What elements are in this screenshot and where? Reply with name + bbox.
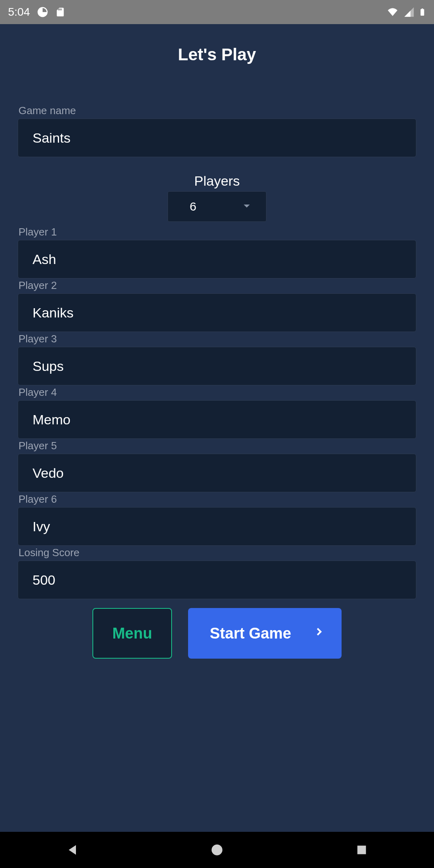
svg-rect-1: [357, 845, 366, 854]
menu-button[interactable]: Menu: [92, 608, 172, 659]
svg-point-0: [212, 845, 223, 856]
player-label-6: Player 6: [18, 493, 416, 506]
player-label-3: Player 3: [18, 333, 416, 345]
player-group-6: Player 6: [18, 493, 416, 546]
player-input-3[interactable]: [18, 347, 416, 385]
players-count-value: 6: [190, 200, 197, 213]
player-group-1: Player 1: [18, 226, 416, 278]
wifi-icon: [386, 7, 399, 17]
start-game-button[interactable]: Start Game: [188, 608, 342, 659]
nav-bar: [0, 832, 434, 868]
menu-button-label: Menu: [112, 625, 152, 642]
game-name-group: Game name: [18, 104, 416, 157]
chevron-right-icon: [313, 624, 326, 643]
player-label-1: Player 1: [18, 226, 416, 238]
data-saver-icon: [37, 6, 49, 18]
player-group-3: Player 3: [18, 333, 416, 385]
page-title: Let's Play: [18, 24, 416, 104]
player-input-4[interactable]: [18, 400, 416, 439]
nav-back-button[interactable]: [42, 832, 102, 868]
status-time: 5:04: [8, 6, 30, 18]
app-body: Let's Play Game name Players 6 Player 1P…: [0, 24, 434, 832]
player-label-4: Player 4: [18, 386, 416, 399]
players-count-select[interactable]: 6: [168, 191, 266, 222]
player-input-2[interactable]: [18, 293, 416, 332]
player-label-5: Player 5: [18, 440, 416, 452]
battery-icon: [419, 6, 426, 18]
losing-score-group: Losing Score: [18, 547, 416, 599]
game-name-input[interactable]: [18, 119, 416, 157]
nav-recent-button[interactable]: [332, 832, 392, 868]
button-row: Menu Start Game: [18, 608, 416, 659]
players-section: Players 6: [18, 173, 416, 222]
player-label-2: Player 2: [18, 279, 416, 292]
players-label: Players: [194, 173, 240, 189]
player-input-6[interactable]: [18, 507, 416, 546]
sd-card-icon: [55, 6, 66, 18]
signal-icon: [403, 6, 415, 18]
game-name-label: Game name: [18, 104, 416, 117]
losing-score-label: Losing Score: [18, 547, 416, 559]
nav-home-button[interactable]: [187, 832, 247, 868]
player-input-5[interactable]: [18, 454, 416, 492]
player-group-2: Player 2: [18, 279, 416, 332]
player-group-4: Player 4: [18, 386, 416, 439]
chevron-down-icon: [240, 199, 254, 215]
status-bar: 5:04: [0, 0, 434, 24]
player-input-1[interactable]: [18, 240, 416, 278]
player-group-5: Player 5: [18, 440, 416, 492]
start-button-label: Start Game: [210, 625, 291, 642]
losing-score-input[interactable]: [18, 561, 416, 599]
